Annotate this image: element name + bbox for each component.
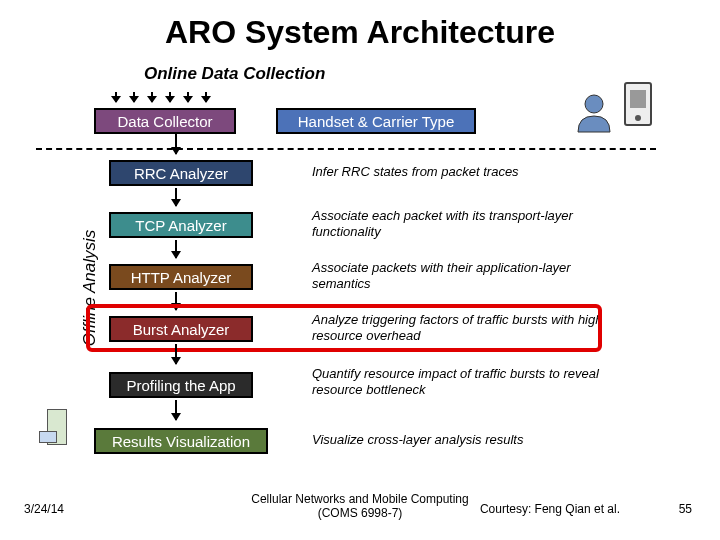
box-label: HTTP Analyzer [131, 269, 232, 286]
desc-tcp: Associate each packet with its transport… [312, 208, 602, 239]
section-label-offline: Offline Analysis [66, 168, 90, 408]
desc-profiling: Quantify resource impact of traffic burs… [312, 366, 612, 397]
svg-point-0 [585, 95, 603, 113]
section-label-online: Online Data Collection [144, 64, 325, 84]
phone-icon [624, 82, 652, 126]
online-offline-divider [36, 148, 656, 150]
box-label: RRC Analyzer [134, 165, 228, 182]
box-label: Profiling the App [126, 377, 235, 394]
server-icon [39, 409, 73, 459]
desc-results: Visualize cross-layer analysis results [312, 432, 612, 448]
desc-rrc: Infer RRC states from packet traces [312, 164, 582, 180]
slide-title: ARO System Architecture [0, 14, 720, 51]
slide-footer: 3/24/14 Cellular Networks and Mobile Com… [0, 488, 720, 528]
desc-http: Associate packets with their application… [312, 260, 602, 291]
box-label: Data Collector [117, 113, 212, 130]
box-http-analyzer: HTTP Analyzer [109, 264, 253, 290]
highlight-burst-analyzer [86, 304, 602, 352]
box-label: Handset & Carrier Type [298, 113, 454, 130]
slide: ARO System Architecture Online Data Coll… [0, 0, 720, 540]
arrows-to-data-collector [116, 92, 206, 102]
footer-page-number: 55 [679, 502, 692, 516]
box-rrc-analyzer: RRC Analyzer [109, 160, 253, 186]
box-profiling: Profiling the App [109, 372, 253, 398]
box-label: TCP Analyzer [135, 217, 226, 234]
footer-courtesy: Courtesy: Feng Qian et al. [480, 502, 620, 516]
box-tcp-analyzer: TCP Analyzer [109, 212, 253, 238]
box-label: Results Visualization [112, 433, 250, 450]
box-handset-carrier: Handset & Carrier Type [276, 108, 476, 134]
box-data-collector: Data Collector [94, 108, 236, 134]
user-icon [572, 90, 616, 134]
architecture-diagram: Online Data Collection Data Collector Ha… [76, 64, 656, 484]
box-results: Results Visualization [94, 428, 268, 454]
